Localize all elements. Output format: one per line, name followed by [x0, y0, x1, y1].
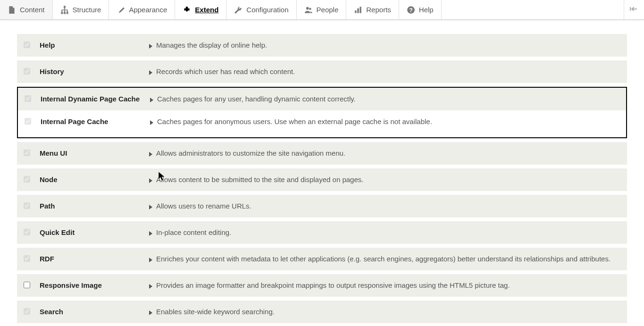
expand-triangle-icon[interactable] [149, 44, 152, 49]
toolbar-item-extend[interactable]: Extend [175, 0, 226, 19]
toolbar-item-people[interactable]: People [297, 0, 347, 19]
module-name: History [40, 67, 149, 75]
svg-point-0 [306, 7, 309, 9]
toolbar-orientation-toggle[interactable] [624, 0, 644, 19]
module-description: Caches pages for any user, handling dyna… [157, 95, 356, 103]
svg-rect-3 [358, 8, 359, 13]
module-name: Search [40, 307, 149, 316]
module-name: Node [40, 175, 149, 184]
toolbar-item-configuration[interactable]: Configuration [226, 0, 296, 19]
modules-list: HelpManages the display of online help.H… [17, 34, 627, 323]
module-checkbox[interactable] [24, 282, 30, 288]
people-icon [304, 6, 313, 14]
extend-icon [183, 6, 191, 14]
module-row: SearchEnables site-wide keyword searchin… [17, 301, 627, 323]
expand-triangle-icon[interactable] [149, 70, 152, 75]
module-row: RDFEnriches your content with metadata t… [17, 248, 627, 270]
module-checkbox [25, 118, 31, 125]
toolbar-label: Extend [195, 6, 218, 14]
module-description-cell: Enriches your content with metadata to l… [149, 254, 620, 263]
module-checkbox-cell [24, 228, 40, 237]
expand-triangle-icon[interactable] [149, 152, 152, 157]
module-name: Path [40, 201, 149, 210]
structure-icon [60, 6, 69, 14]
module-checkbox-cell [24, 201, 40, 210]
module-description-cell: Allows content to be submitted to the si… [149, 175, 620, 184]
module-description: Provides an image formatter and breakpoi… [156, 281, 510, 289]
orientation-icon [630, 5, 638, 15]
module-description-cell: Manages the display of online help. [149, 41, 620, 49]
toolbar-item-help[interactable]: ? Help [399, 0, 442, 19]
svg-rect-2 [355, 10, 357, 13]
module-checkbox-cell [24, 41, 40, 50]
expand-triangle-icon[interactable] [149, 231, 152, 236]
module-name: RDF [40, 254, 149, 263]
module-row: Quick EditIn-place content editing. [17, 221, 627, 244]
module-description: Manages the display of online help. [156, 41, 267, 49]
svg-rect-4 [360, 7, 361, 13]
module-description: Records which user has read which conten… [156, 67, 295, 75]
svg-text:?: ? [409, 7, 413, 13]
module-checkbox [24, 308, 30, 315]
module-checkbox [24, 42, 30, 48]
toolbar-item-reports[interactable]: Reports [346, 0, 399, 19]
highlight-box: Internal Dynamic Page CacheCaches pages … [17, 87, 627, 138]
module-checkbox-cell [25, 94, 41, 103]
module-description-cell: Provides an image formatter and breakpoi… [149, 281, 620, 289]
module-checkbox [25, 95, 31, 102]
module-name: Internal Page Cache [41, 117, 150, 125]
toolbar-label: Help [419, 6, 434, 14]
admin-toolbar: Content Structure Appearance Extend Conf… [0, 0, 644, 20]
module-name: Help [40, 41, 149, 49]
module-checkbox-cell [24, 281, 40, 290]
module-description-cell: In-place content editing. [149, 228, 620, 236]
configuration-icon [234, 6, 243, 14]
module-checkbox [24, 202, 30, 209]
module-description: Allows content to be submitted to the si… [156, 176, 363, 184]
module-row: HistoryRecords which user has read which… [17, 60, 627, 83]
expand-triangle-icon[interactable] [149, 284, 152, 289]
expand-triangle-icon[interactable] [150, 98, 153, 102]
module-checkbox-cell [25, 117, 41, 126]
toolbar-item-structure[interactable]: Structure [53, 0, 109, 19]
module-row: Responsive ImageProvides an image format… [17, 274, 627, 297]
reports-icon [354, 6, 362, 14]
module-checkbox [24, 68, 30, 75]
module-description: Enriches your content with metadata to l… [156, 255, 611, 263]
toolbar-label: Appearance [129, 6, 167, 14]
module-description: In-place content editing. [156, 228, 231, 236]
toolbar-spacer [442, 0, 624, 19]
svg-rect-7 [630, 7, 631, 11]
module-row: HelpManages the display of online help. [17, 34, 627, 57]
toolbar-label: Content [20, 6, 45, 14]
module-checkbox [24, 176, 30, 183]
module-description: Enables site-wide keyword searching. [156, 308, 275, 316]
module-description-cell: Allows administrators to customize the s… [149, 149, 620, 157]
module-description: Caches pages for anonymous users. Use wh… [157, 117, 432, 125]
module-description: Allows administrators to customize the s… [156, 149, 345, 157]
expand-triangle-icon[interactable] [149, 178, 152, 183]
expand-triangle-icon[interactable] [149, 258, 152, 262]
module-checkbox [24, 150, 30, 156]
expand-triangle-icon[interactable] [149, 310, 152, 315]
module-description-cell: Enables site-wide keyword searching. [149, 307, 620, 316]
extend-content: HelpManages the display of online help.H… [0, 20, 644, 326]
module-description-cell: Caches pages for anonymous users. Use wh… [150, 117, 619, 125]
module-checkbox-cell [24, 149, 40, 158]
toolbar-item-appearance[interactable]: Appearance [109, 0, 175, 19]
module-checkbox [24, 255, 30, 262]
help-icon: ? [407, 6, 415, 14]
toolbar-label: Structure [73, 6, 101, 14]
module-row: PathAllows users to rename URLs. [17, 195, 627, 217]
toolbar-item-content[interactable]: Content [0, 0, 53, 19]
expand-triangle-icon[interactable] [150, 120, 153, 125]
module-name: Menu UI [40, 149, 149, 157]
module-name: Internal Dynamic Page Cache [41, 94, 150, 103]
content-icon [8, 6, 16, 14]
module-description: Allows users to rename URLs. [156, 202, 251, 210]
module-checkbox-cell [24, 67, 40, 76]
module-checkbox-cell [24, 307, 40, 316]
module-description-cell: Caches pages for any user, handling dyna… [150, 94, 619, 103]
expand-triangle-icon[interactable] [149, 205, 152, 209]
module-name: Responsive Image [40, 281, 149, 289]
